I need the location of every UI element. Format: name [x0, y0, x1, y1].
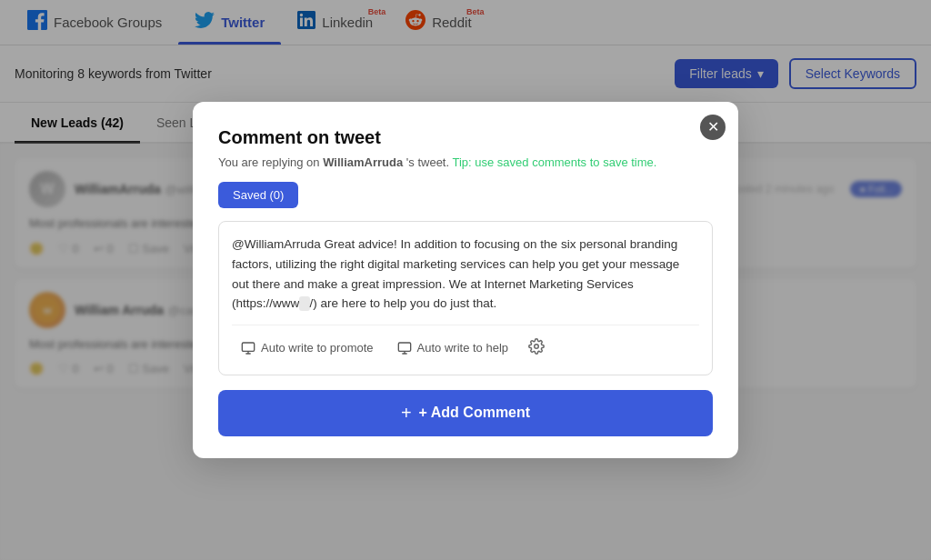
auto-write-help-button[interactable]: Auto write to help [388, 335, 517, 361]
subtitle-prefix: You are replying on [218, 155, 323, 169]
add-comment-button[interactable]: + + Add Comment [218, 390, 713, 436]
modal-close-button[interactable]: ✕ [700, 115, 726, 140]
modal-title: Comment on tweet [218, 127, 713, 148]
saved-button[interactable]: Saved (0) [218, 182, 298, 208]
add-comment-plus-icon: + [401, 403, 412, 424]
modal-subtitle: You are replying on WilliamArruda 's twe… [218, 155, 713, 169]
svg-rect-4 [242, 343, 254, 351]
auto-promote-label: Auto write to promote [261, 341, 374, 355]
auto-help-label: Auto write to help [417, 341, 508, 355]
comment-actions: Auto write to promote Auto write to help [232, 325, 699, 362]
subtitle-name: WilliamArruda [323, 155, 403, 169]
comment-text: @WilliamArruda Great advice! In addition… [232, 235, 699, 313]
modal-overlay: Comment on tweet You are replying on Wil… [0, 0, 931, 560]
gear-icon [528, 338, 545, 355]
auto-promote-icon [241, 341, 255, 355]
comment-modal: Comment on tweet You are replying on Wil… [193, 102, 738, 457]
tip-link[interactable]: Tip: use saved comments to save time. [452, 155, 656, 169]
auto-write-promote-button[interactable]: Auto write to promote [232, 335, 383, 361]
comment-box[interactable]: @WilliamArruda Great advice! In addition… [218, 221, 713, 375]
auto-help-icon [397, 341, 412, 355]
subtitle-suffix: 's tweet. [406, 155, 449, 169]
url-highlight [299, 296, 309, 311]
close-icon: ✕ [707, 120, 719, 135]
settings-button[interactable] [523, 335, 550, 362]
svg-rect-5 [398, 343, 410, 351]
add-comment-label: + Add Comment [419, 405, 531, 421]
svg-point-6 [535, 344, 539, 348]
